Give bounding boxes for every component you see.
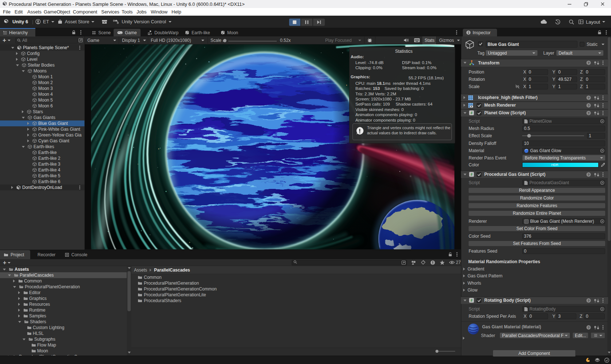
svg-text:?: ? [588,173,590,177]
svg-text:?: ? [588,104,590,107]
svg-text:?: ? [588,96,590,100]
svg-text:?: ? [588,61,590,65]
svg-text:#: # [470,298,473,302]
svg-text:?: ? [588,326,590,329]
svg-text:#: # [470,111,473,115]
svg-text:?: ? [588,111,590,115]
svg-text:?: ? [588,299,590,302]
svg-text:#: # [470,173,473,177]
